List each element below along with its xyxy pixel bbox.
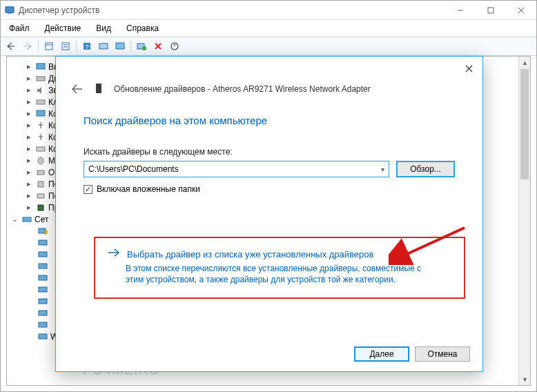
dialog-button-row: Далее Отмена — [354, 346, 470, 362]
search-location-section: Искать драйверы в следующем месте: C:\Us… — [56, 126, 482, 177]
svg-rect-42 — [39, 334, 47, 339]
pick-from-list-option[interactable]: Выбрать драйвер из списка уже установлен… — [94, 237, 465, 299]
audio-icon — [35, 86, 46, 95]
menu-file[interactable]: Файл — [5, 22, 34, 35]
dialog-title: Обновление драйверов - Atheros AR9271 Wi… — [114, 84, 371, 94]
cpu-icon — [35, 203, 46, 213]
svg-rect-24 — [37, 100, 45, 104]
app-icon — [5, 6, 14, 15]
svg-rect-30 — [37, 194, 44, 198]
disable-icon[interactable] — [167, 39, 182, 54]
include-subfolders-checkbox[interactable] — [84, 185, 92, 194]
scroll-up-icon[interactable]: ▲ — [519, 57, 531, 68]
dialog-header: Обновление драйверов - Atheros AR9271 Wi… — [56, 57, 482, 97]
device-icon — [95, 83, 104, 95]
scan-hardware-icon[interactable] — [96, 39, 111, 54]
svg-rect-0 — [6, 6, 14, 12]
chevron-down-icon[interactable]: ▾ — [381, 166, 384, 173]
dialog-heading: Поиск драйверов на этом компьютере — [56, 97, 482, 126]
mouse-icon — [35, 156, 46, 166]
svg-rect-3 — [488, 8, 494, 13]
scrollbar-thumb[interactable] — [520, 69, 529, 179]
minimize-button[interactable] — [445, 1, 476, 19]
menu-help[interactable]: Справка — [122, 22, 163, 35]
adapter-icon — [37, 297, 48, 306]
svg-rect-32 — [23, 217, 31, 222]
forward-icon[interactable] — [20, 39, 35, 54]
option-title: Выбрать драйвер из списка уже установлен… — [127, 249, 373, 259]
svg-rect-36 — [39, 264, 47, 268]
svg-rect-39 — [39, 299, 47, 304]
computer-icon — [35, 109, 46, 119]
close-button[interactable] — [506, 1, 536, 19]
browse-button[interactable]: Обзор... — [396, 161, 455, 177]
printer-icon — [35, 168, 46, 177]
svg-rect-37 — [39, 275, 47, 280]
port-icon — [35, 191, 46, 201]
menu-view[interactable]: Вид — [92, 22, 115, 35]
usb-icon — [35, 133, 46, 142]
adapter-icon — [37, 308, 48, 318]
properties-icon[interactable] — [58, 39, 73, 54]
help-icon[interactable]: ? — [79, 39, 95, 54]
toolbar-separator — [38, 40, 39, 52]
adapter-icon — [37, 250, 48, 259]
path-combobox[interactable]: C:\Users\PC\Documents ▾ — [84, 161, 389, 177]
scroll-down-icon[interactable]: ▼ — [519, 373, 531, 385]
include-subfolders-row[interactable]: Включая вложенные папки — [56, 177, 482, 194]
svg-rect-10 — [62, 43, 69, 50]
svg-rect-35 — [39, 252, 47, 257]
tree-label[interactable]: Сет — [35, 215, 48, 224]
svg-rect-15 — [99, 43, 108, 49]
keyboard-icon — [35, 97, 46, 107]
svg-rect-34 — [39, 240, 47, 245]
arrow-right-icon — [108, 248, 120, 260]
svg-rect-1 — [8, 13, 11, 14]
adapter-icon — [37, 320, 48, 330]
maximize-button[interactable] — [476, 1, 506, 19]
svg-rect-25 — [37, 110, 45, 116]
uninstall-icon[interactable] — [150, 39, 166, 54]
back-icon[interactable] — [3, 39, 19, 54]
update-driver-icon[interactable] — [134, 39, 149, 54]
dialog-close-button[interactable] — [459, 61, 478, 76]
menubar: Файл Действие Вид Справка — [1, 20, 536, 37]
svg-rect-31 — [38, 205, 43, 210]
next-button[interactable]: Далее — [354, 346, 409, 362]
titlebar[interactable]: Диспетчер устройств — [1, 1, 536, 20]
svg-rect-29 — [38, 182, 43, 187]
back-arrow-icon[interactable] — [70, 81, 85, 97]
svg-rect-41 — [39, 322, 47, 327]
svg-rect-26 — [37, 147, 45, 151]
svg-rect-16 — [116, 43, 124, 49]
vertical-scrollbar[interactable]: ▲ ▼ — [518, 57, 530, 385]
monitor-icon[interactable] — [113, 39, 128, 54]
update-driver-dialog: Обновление драйверов - Atheros AR9271 Wi… — [55, 56, 483, 372]
usb-icon — [35, 121, 46, 130]
network-icon — [21, 215, 32, 224]
svg-rect-28 — [37, 170, 44, 175]
svg-rect-8 — [46, 43, 52, 50]
svg-point-27 — [38, 157, 43, 164]
svg-rect-22 — [37, 63, 45, 69]
adapter-warning-icon — [37, 226, 48, 236]
adapter-icon — [37, 332, 48, 342]
adapter-icon — [37, 273, 48, 283]
option-description: В этом списке перечисляются все установл… — [108, 263, 439, 285]
svg-point-18 — [142, 46, 146, 50]
svg-rect-38 — [39, 287, 47, 292]
adapter-icon — [37, 238, 48, 248]
svg-rect-23 — [37, 77, 45, 81]
controller-icon — [35, 144, 46, 154]
adapter-icon — [37, 285, 48, 295]
svg-rect-40 — [39, 311, 47, 315]
disk-icon — [35, 74, 46, 84]
menu-action[interactable]: Действие — [41, 22, 86, 35]
toolbar: ? — [1, 37, 536, 56]
search-location-label: Искать драйверы в следующем месте: — [84, 147, 455, 157]
show-hidden-icon[interactable] — [41, 39, 57, 54]
toolbar-separator — [130, 40, 131, 52]
cancel-button[interactable]: Отмена — [415, 346, 470, 362]
svg-rect-46 — [96, 84, 101, 93]
titlebar-left: Диспетчер устройств — [5, 6, 99, 15]
